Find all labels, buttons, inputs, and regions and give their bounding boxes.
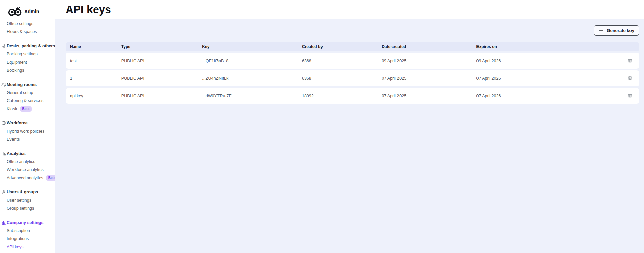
sidebar-item-workforce-analytics[interactable]: Workforce analytics bbox=[0, 166, 55, 174]
table-row: api key PUBLIC API ...dW0YTRu-7E 18092 0… bbox=[66, 88, 639, 104]
sidebar-item-floors-spaces[interactable]: Floors & spaces bbox=[0, 28, 55, 36]
delete-key-button[interactable] bbox=[626, 74, 634, 83]
sidebar-nav: Office settings Floors & spaces Desks, p… bbox=[0, 20, 55, 251]
sidebar-item-label: Advanced analytics bbox=[7, 176, 43, 180]
sidebar-item-api-keys[interactable]: API keys bbox=[0, 243, 55, 251]
globe-icon bbox=[1, 121, 6, 125]
trash-icon bbox=[627, 75, 633, 82]
sidebar-item-integrations[interactable]: Integrations bbox=[0, 235, 55, 243]
sidebar-item-booking-settings[interactable]: Booking settings bbox=[0, 50, 55, 58]
sidebar-item-events[interactable]: Events bbox=[0, 135, 55, 143]
desk-chair-icon bbox=[1, 44, 6, 48]
cell-expires-on: 07 April 2026 bbox=[476, 94, 620, 98]
cell-key: ...QE1lt7aB_8 bbox=[202, 59, 302, 63]
app-window: Admin Office settings Floors & spaces De… bbox=[0, 0, 644, 253]
sidebar-divider bbox=[0, 77, 55, 77]
cell-created-by: 6368 bbox=[302, 59, 382, 63]
bar-chart-icon bbox=[1, 151, 6, 156]
sidebar-section-users-groups: Users & groups bbox=[0, 188, 55, 196]
cell-name: test bbox=[66, 59, 121, 63]
plus-icon bbox=[599, 28, 603, 33]
section-title-label: Workforce bbox=[7, 121, 28, 125]
cell-created-by: 18092 bbox=[302, 94, 382, 98]
sidebar-divider bbox=[0, 215, 55, 215]
beta-badge: Beta bbox=[20, 106, 32, 112]
trash-icon bbox=[627, 58, 633, 64]
column-header-created-by: Created by bbox=[302, 44, 382, 49]
sidebar-item-group-settings[interactable]: Group settings bbox=[0, 204, 55, 212]
sidebar-item-catering-services[interactable]: Catering & services bbox=[0, 97, 55, 105]
page-title: API keys bbox=[66, 3, 644, 16]
sidebar-item-subscription[interactable]: Subscription bbox=[0, 227, 55, 235]
sidebar-section-company-settings: Company settings bbox=[0, 218, 55, 227]
sidebar-item-kiosk[interactable]: Kiosk Beta bbox=[0, 105, 55, 113]
building-icon bbox=[1, 220, 6, 225]
cell-date-created: 07 April 2025 bbox=[382, 94, 476, 98]
cell-name: 1 bbox=[66, 76, 121, 81]
cell-type: PUBLIC API bbox=[121, 94, 202, 98]
sidebar-divider bbox=[0, 39, 55, 39]
cell-date-created: 07 April 2025 bbox=[382, 76, 476, 81]
table-header-row: Name Type Key Created by Date created Ex… bbox=[66, 42, 639, 51]
generate-key-button[interactable]: Generate key bbox=[594, 25, 639, 36]
cell-created-by: 6368 bbox=[302, 76, 382, 81]
column-header-date-created: Date created bbox=[382, 44, 476, 49]
sidebar-item-bookings[interactable]: Bookings bbox=[0, 66, 55, 74]
sidebar-item-equipment[interactable]: Equipment bbox=[0, 58, 55, 66]
section-title-label: Meeting rooms bbox=[7, 82, 37, 87]
sidebar-section-desks-parking: Desks, parking & others bbox=[0, 42, 55, 50]
sidebar-item-label: Kiosk bbox=[7, 107, 17, 111]
api-keys-table: Name Type Key Created by Date created Ex… bbox=[66, 42, 639, 104]
trash-icon bbox=[627, 93, 633, 99]
delete-key-button[interactable] bbox=[626, 57, 634, 65]
cell-type: PUBLIC API bbox=[121, 59, 202, 63]
owl-logo-icon bbox=[8, 6, 22, 17]
sidebar-section-meeting-rooms: Meeting rooms bbox=[0, 80, 55, 89]
column-header-expires-on: Expires on bbox=[476, 44, 620, 49]
brand: Admin bbox=[0, 0, 55, 20]
sidebar-section-analytics: Analytics bbox=[0, 149, 55, 158]
column-header-name: Name bbox=[66, 44, 121, 49]
column-header-key: Key bbox=[202, 44, 302, 49]
toolbar: Generate key bbox=[66, 25, 639, 36]
section-title-label: Desks, parking & others bbox=[7, 44, 55, 48]
sidebar-item-user-settings[interactable]: User settings bbox=[0, 196, 55, 204]
sidebar-divider bbox=[0, 116, 55, 116]
main-content: API keys Generate key Name Type Key Crea… bbox=[55, 0, 644, 253]
cell-expires-on: 07 April 2026 bbox=[476, 76, 620, 81]
section-title-label: Users & groups bbox=[7, 190, 38, 194]
sidebar-divider bbox=[0, 146, 55, 146]
cell-name: api key bbox=[66, 94, 121, 98]
generate-key-label: Generate key bbox=[607, 28, 634, 33]
cell-date-created: 09 April 2025 bbox=[382, 59, 476, 63]
page-header: API keys bbox=[55, 0, 644, 19]
sidebar-item-office-settings[interactable]: Office settings bbox=[0, 20, 55, 28]
cell-key: ...ZU4nZNIfLk bbox=[202, 76, 302, 81]
person-icon bbox=[1, 190, 6, 194]
column-header-type: Type bbox=[121, 44, 202, 49]
sidebar: Admin Office settings Floors & spaces De… bbox=[0, 0, 55, 253]
sidebar-item-general-setup[interactable]: General setup bbox=[0, 89, 55, 97]
cell-type: PUBLIC API bbox=[121, 76, 202, 81]
content-area: Generate key Name Type Key Created by Da… bbox=[55, 19, 644, 253]
cell-expires-on: 09 April 2026 bbox=[476, 59, 620, 63]
brand-label: Admin bbox=[24, 9, 40, 14]
table-row: 1 PUBLIC API ...ZU4nZNIfLk 6368 07 April… bbox=[66, 70, 639, 86]
sidebar-divider bbox=[0, 185, 55, 185]
section-title-label: Company settings bbox=[7, 220, 43, 225]
delete-key-button[interactable] bbox=[626, 92, 634, 100]
sidebar-item-advanced-analytics[interactable]: Advanced analytics Beta bbox=[0, 174, 55, 182]
beta-badge: Beta bbox=[46, 175, 55, 181]
section-title-label: Analytics bbox=[7, 151, 26, 156]
cell-key: ...dW0YTRu-7E bbox=[202, 94, 302, 98]
sidebar-section-workforce: Workforce bbox=[0, 119, 55, 127]
sidebar-item-office-analytics[interactable]: Office analytics bbox=[0, 158, 55, 166]
sidebar-item-hybrid-work-policies[interactable]: Hybrid work policies bbox=[0, 127, 55, 135]
meeting-rooms-icon bbox=[1, 82, 6, 87]
table-row: test PUBLIC API ...QE1lt7aB_8 6368 09 Ap… bbox=[66, 53, 639, 69]
